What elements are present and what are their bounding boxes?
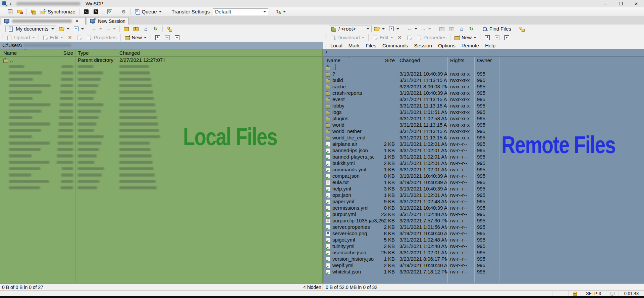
local-parent-directory-button[interactable] <box>122 26 131 32</box>
local-file-row-redacted[interactable] <box>0 172 322 178</box>
remote-file-row[interactable]: version_history.json1 KB3/23/2021 8:06:1… <box>324 256 644 262</box>
toolbar-grip[interactable] <box>270 9 272 14</box>
remote-path-bar[interactable]: / <box>323 49 644 56</box>
session-time-cell[interactable]: 0:01:48 <box>619 291 644 296</box>
download-button[interactable]: Download <box>329 34 366 41</box>
local-tree-button[interactable] <box>165 26 174 32</box>
swap-panels-button[interactable] <box>15 9 24 15</box>
remote-file-row[interactable]: plugins3/31/2021 1:02:58 AMrwxr-xr-x995 <box>324 115 644 122</box>
protocol-cell[interactable]: SFTP-3 <box>581 291 606 296</box>
toolbar-grip[interactable] <box>2 26 3 32</box>
minimize-button[interactable]: – <box>598 0 613 7</box>
local-path-bar[interactable]: C:\Users\ <box>0 42 323 49</box>
remote-file-row[interactable]: ?3/19/2021 10:40:39 AMrwxr-xr-x995 <box>324 71 644 77</box>
remote-file-row[interactable]: commands.yml1 KB3/31/2021 1:02:01 AMrw-r… <box>324 166 644 173</box>
menu-item-local[interactable]: Local <box>327 43 345 48</box>
remote-rename-button[interactable] <box>405 35 414 41</box>
remote-file-row[interactable]: paper.yml9 KB3/31/2021 1:02:48 AMrw-r--r… <box>324 198 644 205</box>
local-file-row-redacted[interactable] <box>0 108 322 114</box>
remote-file-row[interactable]: purpurclip-1035.jar53,252 KB3/23/2021 7:… <box>324 217 644 224</box>
remote-file-row[interactable]: bukkit.yml2 KB3/31/2021 1:02:01 AMrw-r--… <box>324 160 644 166</box>
remote-file-row[interactable]: help.yml3 KB3/19/2021 10:40:39 AMrw-r--r… <box>324 185 644 192</box>
connection-status-cell[interactable] <box>606 291 619 296</box>
compare-directories-button[interactable] <box>6 9 14 15</box>
local-filter-button[interactable] <box>72 26 85 32</box>
remote-file-row[interactable]: whitelist.json1 KB3/30/2021 7:18:12 PMrw… <box>324 268 644 275</box>
toolbar-grip[interactable] <box>87 26 89 32</box>
remote-file-row[interactable]: crash-reports3/19/2021 10:40:39 AMrwxr-x… <box>324 90 644 96</box>
toolbar-grip[interactable] <box>434 26 436 32</box>
remote-file-row[interactable]: eula.txt1 KB3/19/2021 10:40:39 AMrw-r--r… <box>324 179 644 185</box>
remote-file-row[interactable]: cache3/23/2021 8:06:03 PMrwxr-xr-x995 <box>324 83 644 90</box>
local-hidden-count[interactable]: 4 hidden <box>300 284 322 290</box>
column-header-owner[interactable]: Owner <box>474 57 499 64</box>
local-home-button[interactable] <box>142 26 150 32</box>
local-file-row-redacted[interactable] <box>0 76 322 82</box>
toolbar-grip[interactable] <box>402 26 404 32</box>
column-header-changed[interactable]: Changed <box>397 57 447 64</box>
remote-open-directory-button[interactable] <box>373 26 386 32</box>
menu-item-commands[interactable]: Commands <box>379 43 411 48</box>
toolbar-grip[interactable] <box>480 35 481 40</box>
local-file-row-redacted[interactable] <box>0 63 322 70</box>
column-header-size[interactable]: Size <box>52 49 75 56</box>
remote-refresh-button[interactable] <box>467 26 476 32</box>
local-file-row-redacted[interactable] <box>0 178 322 184</box>
close-button[interactable]: ✕ <box>629 0 644 7</box>
local-file-row-redacted[interactable] <box>0 89 322 95</box>
remote-directory-combo[interactable]: / <root> <box>329 26 372 32</box>
encryption-status-cell[interactable] <box>568 291 581 296</box>
local-unselect-button[interactable] <box>163 35 172 41</box>
column-header-size[interactable]: Size <box>374 57 397 64</box>
remote-file-row[interactable]: server-icon.png8 KB3/19/2021 10:40:40 AM… <box>324 230 644 237</box>
remote-file-row[interactable]: lobby3/31/2021 11:13:15 AMrwxr-xr-x995 <box>324 102 644 109</box>
local-file-row-redacted[interactable] <box>0 70 322 76</box>
remote-unselect-button[interactable] <box>493 35 501 41</box>
local-parent-row[interactable]: .. Parent directory 2/27/2021 12:27:07 P… <box>0 57 322 63</box>
remote-select-button[interactable] <box>483 35 492 41</box>
local-root-directory-button[interactable] <box>132 26 141 32</box>
local-forward-button[interactable]: → <box>104 26 117 32</box>
menu-item-files[interactable]: Files <box>363 43 379 48</box>
session-tab-active[interactable]: ✕ <box>1 17 86 25</box>
remote-filter-button[interactable] <box>387 26 400 32</box>
column-header-type[interactable]: Type <box>75 49 117 56</box>
local-file-row-redacted[interactable] <box>0 153 322 159</box>
remote-file-row[interactable]: event3/31/2021 11:13:15 AMrwxr-xr-x995 <box>324 96 644 102</box>
remote-file-row[interactable]: compat.json0 KB3/19/2021 10:40:39 AMrw-r… <box>324 173 644 179</box>
transfer-settings-combo[interactable]: Default <box>213 8 268 15</box>
menu-item-mark[interactable]: Mark <box>345 43 363 48</box>
remote-properties-button[interactable]: Properties <box>415 34 448 41</box>
preferences-button[interactable] <box>119 9 128 15</box>
upload-button[interactable]: Upload <box>5 34 36 41</box>
local-selection-filter-button[interactable] <box>173 35 181 41</box>
remote-file-row[interactable]: tuinity.yml2 KB3/31/2021 1:02:48 AMrw-r-… <box>324 243 644 249</box>
local-directory-combo[interactable]: My documents <box>5 26 56 32</box>
local-file-row-redacted[interactable] <box>0 184 322 191</box>
column-header-changed[interactable]: Changed <box>117 49 165 56</box>
close-tab-icon[interactable]: ✕ <box>75 18 79 24</box>
remote-forward-button[interactable]: → <box>420 26 432 32</box>
local-file-row-redacted[interactable] <box>0 95 322 101</box>
remote-file-row[interactable]: world3/31/2021 11:13:15 AMrwxr-xr-x995 <box>324 122 644 128</box>
menu-item-remote[interactable]: Remote <box>459 43 482 48</box>
remote-new-button[interactable]: New <box>453 34 478 41</box>
remote-back-button[interactable]: ← <box>406 26 419 32</box>
session-color-button[interactable] <box>274 9 287 15</box>
local-refresh-button[interactable] <box>151 26 160 32</box>
toolbar-grip[interactable] <box>150 35 151 40</box>
remote-file-row[interactable]: .. <box>324 64 644 71</box>
toolbar-grip[interactable] <box>165 9 166 14</box>
local-new-button[interactable]: New <box>123 34 148 41</box>
local-edit-button[interactable]: Edit <box>41 34 65 41</box>
local-open-directory-button[interactable] <box>57 26 71 32</box>
toolbar-grip[interactable] <box>2 35 3 40</box>
remote-file-row[interactable]: ops.json1 KB3/31/2021 1:02:01 AMrw-r--r-… <box>324 192 644 198</box>
local-file-row-redacted[interactable] <box>0 101 322 108</box>
new-session-tab[interactable]: ⚙ New Session <box>87 17 128 25</box>
remote-delete-button[interactable] <box>395 35 404 41</box>
remote-file-row[interactable]: logs3/31/2021 1:01:51 AMrwxr-xr-x995 <box>324 109 644 115</box>
remote-home-button[interactable] <box>457 26 466 32</box>
toolbar-grip[interactable] <box>325 35 327 40</box>
synchronize-browsing-button[interactable] <box>29 9 38 15</box>
